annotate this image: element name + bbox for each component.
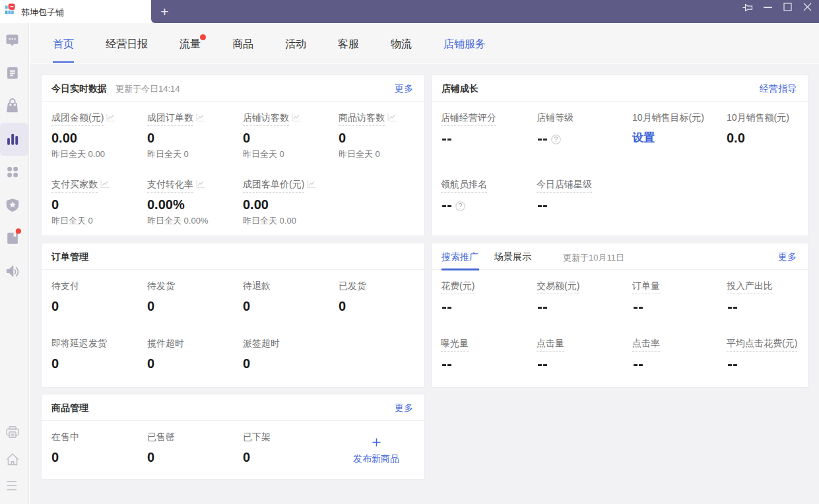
svg-text:?: ?	[554, 135, 558, 143]
svg-text:?: ?	[459, 202, 463, 210]
